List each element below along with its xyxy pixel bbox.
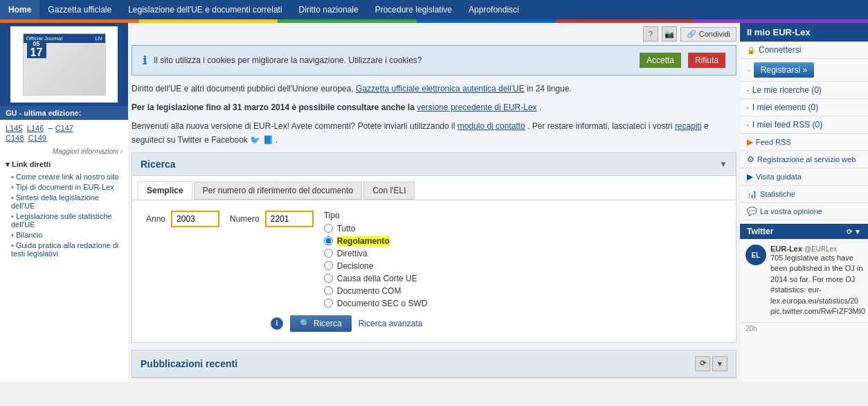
sidebar-link-4[interactable]: Bilancio <box>6 231 123 239</box>
registration-web-anchor[interactable]: ⚙ Registrazione al servizio web <box>747 155 861 164</box>
advanced-search-link[interactable]: Ricerca avanzata <box>359 319 423 328</box>
nav-diritto[interactable]: Diritto nazionale <box>291 0 367 19</box>
my-elements-link[interactable]: I miei elementi (0) <box>752 103 818 112</box>
search-body: Anno Numero Tipo Tutto <box>132 200 736 342</box>
recapiti-link[interactable]: recapiti <box>675 121 702 131</box>
feed-rss-link: ▶ Feed RSS <box>740 134 868 151</box>
twitter-icon: 🐦 <box>250 135 260 145</box>
radio-decisione-label: Decisione <box>337 261 374 271</box>
radio-com[interactable]: Documento COM <box>324 286 428 296</box>
reject-cookie-button[interactable]: Rifiuta <box>688 53 725 68</box>
camera-icon[interactable]: 📷 <box>662 26 677 42</box>
right-sidebar: Il mio EUR-Lex 🔒 Connettersi ○ Registrar… <box>740 23 868 382</box>
accept-cookie-button[interactable]: Accetta <box>640 53 681 68</box>
tab-eli[interactable]: Con l'ELI <box>363 182 415 200</box>
my-searches-link[interactable]: Le mie ricerche (0) <box>752 85 822 95</box>
radio-decisione[interactable]: Decisione <box>324 261 428 271</box>
help-icon[interactable]: ? <box>643 26 658 42</box>
tab-simple[interactable]: Semplice <box>138 182 192 200</box>
tab-reference[interactable]: Per numero di riferimento del documento <box>194 182 362 200</box>
twitter-avatar: EL <box>745 245 766 265</box>
direct-links-title: ▾ Link diretti <box>6 160 123 169</box>
radio-direttiva[interactable]: Direttiva <box>324 249 428 258</box>
publications-title: Pubblicazioni recenti <box>141 358 237 369</box>
numero-field: Numero <box>230 211 314 227</box>
numero-label: Numero <box>230 214 260 224</box>
sidebar-more-info[interactable]: Maggiori informazioni › <box>0 146 128 157</box>
tipo-section: Tipo Tutto Regolamento <box>324 211 428 308</box>
radio-direttiva-label: Direttiva <box>337 249 368 258</box>
top-controls: ? 📷 🔗 Condividi <box>132 26 736 42</box>
opinion-anchor[interactable]: 💬 La vostra opinione <box>747 206 861 216</box>
radio-tutto-input[interactable] <box>324 224 333 233</box>
search-info-icon[interactable]: i <box>271 317 283 330</box>
search-title: Ricerca <box>141 159 176 170</box>
main-text-2b: . <box>539 103 541 112</box>
register-item: ○ Registrarsi » <box>740 59 868 82</box>
radio-causa-label: Causa della Corte UE <box>337 274 417 283</box>
statistics-label: Statistiche <box>760 190 795 198</box>
contact-link[interactable]: modulo di contatto <box>458 121 525 131</box>
numero-input[interactable] <box>265 211 314 227</box>
opinion-link: 💬 La vostra opinione <box>740 203 868 220</box>
search-button[interactable]: 🔍 Ricerca <box>290 315 352 332</box>
radio-sec-input[interactable] <box>324 299 333 308</box>
version-link[interactable]: versione precedente di EUR-Lex <box>417 103 536 112</box>
nav-legislazione[interactable]: Legislazione dell'UE e documenti correla… <box>120 0 290 19</box>
radio-sec[interactable]: Documento SEC o SWD <box>324 299 428 308</box>
guided-visit-anchor[interactable]: ▶ Visita guidata <box>747 172 861 182</box>
main-text-1b: in 24 lingue. <box>527 84 572 94</box>
twitter-time: 20h <box>740 323 868 335</box>
publications-box: Pubblicazioni recenti ⟳ ▼ <box>132 350 736 378</box>
twitter-refresh-icon[interactable]: ⟳ <box>847 228 852 236</box>
link-c148[interactable]: C148 <box>6 134 24 142</box>
sidebar-link-5[interactable]: Guida pratica alla redazione di testi le… <box>6 241 123 258</box>
statistics-anchor[interactable]: 📊 Statistiche <box>747 189 861 199</box>
radio-direttiva-input[interactable] <box>324 249 333 258</box>
radio-tutto-label: Tutto <box>337 224 356 233</box>
link-c147[interactable]: C147 <box>55 124 73 132</box>
registration-web-label: Registrazione al servizio web <box>757 155 856 164</box>
guided-visit-link: ▶ Visita guidata <box>740 168 868 186</box>
sidebar-link-2[interactable]: Sintesi della legislazione dell'UE <box>6 193 123 210</box>
my-rss-link[interactable]: I miei feed RSS (0) <box>752 120 822 130</box>
connect-link[interactable]: Connettersi <box>759 45 801 55</box>
radio-tutto[interactable]: Tutto <box>324 224 428 233</box>
twitter-title: Twitter <box>747 227 773 236</box>
radio-regolamento[interactable]: Regolamento <box>324 236 428 246</box>
opinion-icon: 💬 <box>747 206 757 216</box>
radio-com-input[interactable] <box>324 286 333 295</box>
anno-input[interactable] <box>171 211 219 227</box>
register-button[interactable]: Registrarsi » <box>754 62 814 78</box>
gear-icon: ⚙ <box>747 155 754 164</box>
twitter-expand-icon[interactable]: ▼ <box>854 228 861 236</box>
link-l146[interactable]: L146 <box>27 124 44 132</box>
radio-regolamento-input[interactable] <box>324 236 333 245</box>
radio-decisione-input[interactable] <box>324 261 333 270</box>
share-button[interactable]: 🔗 Condividi <box>680 27 736 42</box>
nav-gazzetta[interactable]: Gazzetta ufficiale <box>39 0 120 19</box>
nav-home[interactable]: Home <box>0 0 39 19</box>
sidebar-gu-links: L145 L146 – C147 C148 C149 <box>0 120 128 146</box>
official-journal-image: Official Journal LN 05 17 <box>23 33 106 96</box>
top-navigation: Home Gazzetta ufficiale Legislazione del… <box>0 0 868 19</box>
dash: – <box>48 123 53 133</box>
nav-approfondisci[interactable]: Approfondisci <box>460 0 527 19</box>
pub-refresh-icon[interactable]: ⟳ <box>695 356 710 371</box>
feed-rss-anchor[interactable]: ▶ Feed RSS <box>747 137 861 147</box>
radio-causa-input[interactable] <box>324 274 333 283</box>
anno-label: Anno <box>146 214 165 224</box>
search-expand-icon[interactable]: ▼ <box>719 159 727 169</box>
pub-expand-icon[interactable]: ▼ <box>712 356 727 371</box>
link-l145[interactable]: L145 <box>6 124 22 132</box>
link-c149[interactable]: C149 <box>28 134 46 142</box>
sidebar-link-1[interactable]: Tipi di documenti in EUR-Lex <box>6 183 123 191</box>
sidebar-link-3[interactable]: Legislazione sulle statistiche dell'UE <box>6 212 123 229</box>
twitter-username: EUR-Lex <box>770 245 802 253</box>
sidebar-link-0[interactable]: Come creare link al nostro sito <box>6 173 123 181</box>
gazzetta-link[interactable]: Gazzetta ufficiale elettronica autentica… <box>356 84 525 94</box>
share-icon: 🔗 <box>687 30 696 39</box>
nav-procedure[interactable]: Procedure legislative <box>367 0 460 19</box>
twitter-header-icons: ⟳ ▼ <box>847 228 861 236</box>
radio-causa[interactable]: Causa della Corte UE <box>324 274 428 283</box>
